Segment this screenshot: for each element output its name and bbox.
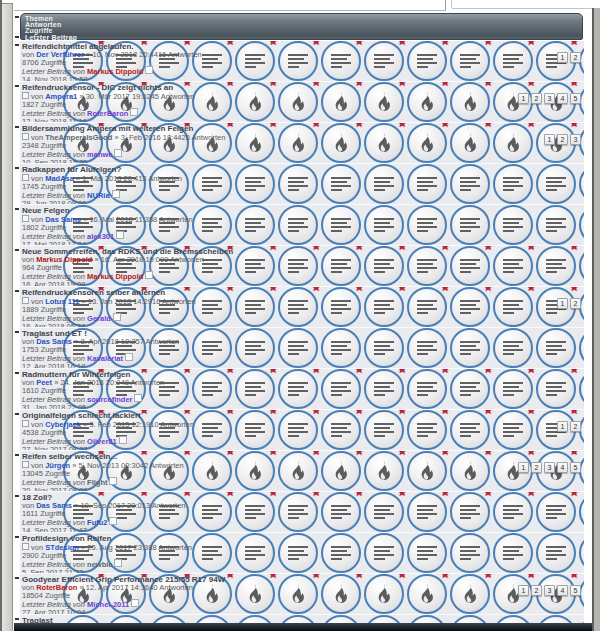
goto-last-post-icon[interactable] — [109, 477, 117, 485]
topic-row[interactable]: ★★★★★★★★★★★★★ 12 Reifendichtmittel abgel… — [20, 41, 584, 82]
topic-posts-icon: ★ — [450, 410, 490, 450]
goto-last-post-icon[interactable] — [114, 559, 122, 567]
topic-title-link[interactable]: Originalfelgen schlecht lackiert — [22, 411, 194, 420]
new-posts-star-icon: ★ — [483, 451, 493, 457]
last-poster-link[interactable]: Gerald — [87, 314, 111, 323]
text-lines-glyph — [245, 341, 265, 355]
page-link[interactable]: 1 — [518, 585, 529, 596]
text-lines-glyph — [331, 382, 351, 396]
topic-row[interactable]: ★★★★★★★★★★★★★ 12 Reifendrucksensoren sel… — [20, 287, 584, 328]
goto-last-post-icon[interactable] — [145, 271, 153, 279]
topic-row[interactable]: ★★★★★★★★★★★★★ 12345 Reifendrucksensor - … — [20, 82, 584, 123]
page-link[interactable]: 2 — [570, 298, 581, 309]
hot-topic-icon: ★ — [364, 574, 404, 614]
new-posts-star-icon: ★ — [311, 574, 321, 580]
topic-row[interactable]: ★★★★★★★★★★★★★ 12345 Goodyear Efficient G… — [20, 574, 584, 615]
text-lines-glyph — [202, 382, 222, 396]
page-link[interactable]: 1 — [557, 298, 568, 309]
topic-row[interactable]: ★★★★★★★★★★★★★ 18 Zoll? von Das Sams » 10… — [20, 492, 584, 533]
topic-title-link[interactable]: Reifen selber wechseln... — [22, 452, 184, 461]
page-link[interactable]: 3 — [570, 134, 581, 145]
topic-posts-icon — [278, 164, 318, 204]
topic-row[interactable]: Neue Felgen von Das Sams » 16. Mai 2018 … — [20, 205, 584, 246]
page-link[interactable]: 3 — [544, 462, 555, 473]
goto-last-post-icon[interactable] — [125, 353, 133, 361]
last-poster-link[interactable]: RoterBaron — [87, 109, 128, 118]
topic-row[interactable]: ★★★★★★★★★★★★★ Neue Sommerreifen, das RDK… — [20, 246, 584, 287]
page-link[interactable]: 2 — [557, 134, 568, 145]
goto-last-post-icon[interactable] — [112, 190, 120, 198]
replies-count: 8 — [153, 215, 157, 224]
page-link[interactable]: 2 — [531, 93, 542, 104]
goto-last-post-icon[interactable] — [131, 599, 139, 607]
topic-row[interactable]: ★★★★★★★★★★★★★ 12345 Reifen selber wechse… — [20, 451, 584, 492]
tree-dash-marker — [15, 44, 19, 46]
page-link[interactable]: 2 — [531, 585, 542, 596]
page-link[interactable]: 2 — [570, 52, 581, 63]
last-poster-link[interactable]: Oliver81 — [87, 437, 117, 446]
goto-last-post-icon[interactable] — [114, 149, 122, 157]
goto-last-post-icon[interactable] — [130, 108, 138, 116]
page-link[interactable]: 4 — [557, 462, 568, 473]
topic-row[interactable]: Radkappen für Alufelgen? von MadAsa » 1.… — [20, 164, 584, 205]
topic-row[interactable]: ★★★★★★★★★★★★★ Radmuttern für Winterfelge… — [20, 369, 584, 410]
last-poster-link[interactable]: Flight — [87, 478, 107, 487]
page-link[interactable]: 1 — [557, 52, 568, 63]
page-link[interactable]: 1 — [518, 93, 529, 104]
page-link[interactable]: 5 — [570, 93, 581, 104]
topic-posts-icon — [450, 328, 490, 368]
last-poster-link[interactable]: Kavaleriat — [87, 354, 123, 363]
topic-posts-icon: ★ — [278, 369, 318, 409]
topic-posts-icon: ★ — [407, 369, 447, 409]
topic-posts-icon — [493, 328, 533, 368]
page-link[interactable]: 2 — [531, 462, 542, 473]
replies-label: Antworten — [168, 50, 202, 59]
last-poster-link[interactable]: sourcefinder — [87, 395, 132, 404]
last-poster-link[interactable]: newbie — [87, 560, 112, 569]
goto-last-post-icon[interactable] — [145, 66, 153, 74]
goto-last-post-icon[interactable] — [134, 394, 142, 402]
page-link[interactable]: 1 — [518, 462, 529, 473]
topic-posts-icon: ★ — [235, 492, 275, 532]
topic-row[interactable]: ★★★★★★★★★★★★★ 12 Originalfelgen schlecht… — [20, 410, 584, 451]
last-poster-link[interactable]: NURia — [87, 191, 110, 200]
page-link[interactable]: 3 — [544, 585, 555, 596]
hot-topic-icon: ★ — [235, 574, 275, 614]
topic-title-link[interactable]: Reifendrucksensor - DIC zeigt nichts an — [22, 83, 195, 92]
page-link[interactable]: 1 — [544, 134, 555, 145]
topic-title-link[interactable]: Reifendrucksensoren selber anlernen — [22, 288, 196, 297]
page-link[interactable]: 4 — [557, 585, 568, 596]
last-poster-link[interactable]: alex301 — [87, 232, 114, 241]
goto-last-post-icon[interactable] — [113, 313, 121, 321]
topic-posts-icon: ★ — [192, 492, 232, 532]
topic-title-link[interactable]: Profildesign von Reifen — [22, 534, 192, 543]
topic-posts-icon — [321, 164, 361, 204]
topic-title-link[interactable]: Neue Felgen — [22, 206, 193, 215]
last-poster-link[interactable]: Michel-2011 — [87, 600, 129, 609]
topic-title-link[interactable]: Bildersammlung Ampera mit weiteren Felge… — [22, 124, 225, 133]
tree-dash-marker — [15, 577, 19, 579]
topic-title-link[interactable]: Radkappen für Alufelgen? — [22, 165, 182, 174]
new-posts-star-icon: ★ — [354, 246, 364, 252]
page-link[interactable]: 2 — [570, 421, 581, 432]
page-link[interactable]: 1 — [557, 421, 568, 432]
goto-last-post-icon[interactable] — [116, 231, 124, 239]
last-poster-link[interactable]: Fufu2 — [87, 518, 107, 527]
topic-row[interactable]: Profildesign von Reifen von STdesign » 2… — [20, 533, 584, 574]
goto-last-post-icon[interactable] — [109, 517, 117, 525]
flame-glyph — [245, 133, 265, 154]
page-link[interactable]: 4 — [557, 93, 568, 104]
new-posts-star-icon: ★ — [397, 410, 407, 416]
page-link[interactable]: 3 — [544, 93, 555, 104]
topic-row[interactable]: Traglast und ET ! von Das Sams » 8. Apr … — [20, 328, 584, 369]
last-poster-link[interactable]: Markus Dippold — [87, 67, 143, 76]
page-link[interactable]: 5 — [570, 585, 581, 596]
text-lines-glyph — [202, 423, 222, 437]
topic-row[interactable]: ★★★★★★★★★★★★★ 123 Bildersammlung Ampera … — [20, 123, 584, 164]
last-poster-link[interactable]: manwe — [87, 150, 112, 159]
last-poster-link[interactable]: Markus Dippold — [87, 272, 143, 281]
text-lines-glyph — [460, 505, 480, 519]
topic-table-header: Themen Antworten Zugriffe Letzter Beitra… — [20, 13, 583, 40]
page-link[interactable]: 5 — [570, 462, 581, 473]
goto-last-post-icon[interactable] — [119, 436, 127, 444]
